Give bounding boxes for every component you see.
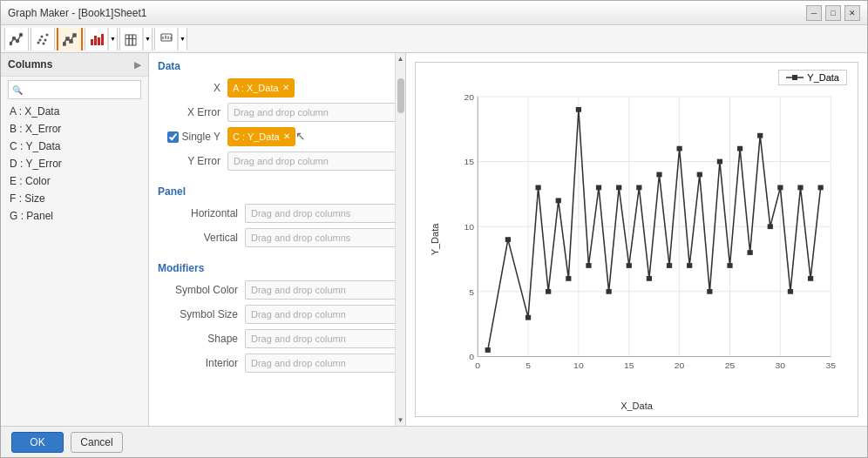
svg-point-3 — [20, 33, 23, 36]
scroll-down-button[interactable]: ▼ — [396, 414, 406, 426]
cancel-button[interactable]: Cancel — [71, 432, 123, 453]
svg-point-4 — [37, 41, 40, 44]
svg-rect-81 — [748, 250, 753, 255]
interior-field-row: Interior Drag and drop column — [149, 351, 405, 375]
svg-rect-58 — [505, 237, 511, 242]
column-item-d[interactable]: D : Y_Error — [1, 155, 148, 172]
svg-rect-79 — [727, 263, 732, 268]
svg-rect-64 — [576, 107, 581, 112]
column-item-f[interactable]: F : Size — [1, 190, 148, 207]
single-y-row: Single Y C : Y_Data ✕ ↖ — [149, 125, 405, 149]
svg-rect-77 — [707, 289, 712, 294]
column-item-e[interactable]: E : Color — [1, 172, 148, 190]
symbol-color-label: Symbol Color — [158, 284, 245, 296]
svg-rect-20 — [132, 35, 136, 45]
svg-rect-83 — [768, 224, 773, 229]
svg-text:25: 25 — [725, 360, 736, 370]
chart-type-group-2 — [31, 28, 55, 51]
histogram-button[interactable] — [120, 28, 143, 51]
chart-type-group-5: ▼ — [119, 28, 153, 51]
x-error-placeholder: Drag and drop column — [234, 107, 329, 118]
x-error-field-row: X Error Drag and drop column — [149, 100, 405, 125]
x-error-drop-zone[interactable]: Drag and drop column — [227, 103, 397, 122]
x-tag-close[interactable]: ✕ — [282, 84, 289, 92]
columns-expand-icon[interactable]: ▶ — [134, 60, 141, 70]
main-window: Graph Maker - [Book1]Sheet1 ─ □ ✕ — [0, 0, 868, 458]
svg-rect-82 — [757, 133, 763, 138]
y-error-drop-zone[interactable]: Drag and drop column — [227, 152, 397, 171]
horizontal-drop-zone[interactable]: Drag and drop columns — [245, 204, 397, 223]
title-bar: Graph Maker - [Book1]Sheet1 ─ □ ✕ — [1, 1, 867, 25]
svg-text:5: 5 — [469, 287, 474, 297]
shape-field-row: Shape Drag and drop column — [149, 327, 405, 351]
horizontal-field-row: Horizontal Drag and drop columns — [149, 201, 405, 226]
bar-chart-button[interactable] — [85, 28, 108, 51]
histogram-dropdown[interactable]: ▼ — [143, 28, 152, 51]
svg-rect-74 — [677, 146, 682, 152]
column-item-c[interactable]: C : Y_Data — [1, 138, 148, 155]
svg-text:5: 5 — [526, 360, 531, 370]
svg-text:35: 35 — [825, 360, 836, 370]
svg-point-6 — [44, 38, 47, 41]
interior-drop-zone[interactable]: Drag and drop column — [245, 354, 397, 373]
single-y-checkbox[interactable] — [167, 131, 179, 143]
horizontal-placeholder: Drag and drop columns — [251, 208, 350, 219]
column-item-g[interactable]: G : Panel — [1, 207, 148, 225]
middle-panel: ▲ ▼ Data X A : X_Data ✕ X Error Drag and… — [149, 53, 406, 426]
svg-text:15: 15 — [624, 360, 634, 370]
vertical-placeholder: Drag and drop columns — [251, 232, 350, 243]
legend-label: Y_Data — [807, 72, 839, 83]
other-chart-dropdown[interactable]: ▼ — [178, 28, 186, 51]
horizontal-label: Horizontal — [158, 207, 245, 219]
svg-text:10: 10 — [573, 360, 584, 370]
search-input[interactable] — [23, 84, 137, 95]
other-chart-button[interactable] — [155, 28, 178, 51]
svg-rect-67 — [606, 289, 611, 294]
window-controls: ─ □ ✕ — [806, 5, 860, 21]
svg-rect-78 — [717, 159, 722, 165]
svg-rect-63 — [566, 276, 571, 281]
symbol-size-drop-zone[interactable]: Drag and drop column — [245, 305, 397, 324]
column-item-a[interactable]: A : X_Data — [1, 103, 148, 120]
line-chart-1-button[interactable] — [5, 28, 28, 51]
shape-label: Shape — [158, 333, 245, 345]
interior-placeholder: Drag and drop column — [251, 358, 346, 368]
symbol-color-field-row: Symbol Color Drag and drop column — [149, 278, 405, 302]
svg-rect-12 — [70, 40, 72, 43]
window-title: Graph Maker - [Book1]Sheet1 — [8, 7, 146, 19]
svg-rect-71 — [647, 276, 652, 281]
line-marker-button[interactable] — [58, 28, 81, 51]
y-axis-label: Y_Data — [430, 224, 440, 256]
svg-point-5 — [41, 35, 44, 37]
maximize-button[interactable]: □ — [825, 5, 841, 21]
x-axis-label: X_Data — [620, 401, 653, 411]
scroll-up-button[interactable]: ▲ — [396, 53, 406, 64]
svg-point-8 — [46, 33, 49, 36]
svg-rect-14 — [91, 39, 93, 45]
vertical-drop-zone[interactable]: Drag and drop columns — [245, 228, 397, 247]
toolbar: ▼ ▼ — [1, 25, 867, 53]
single-y-label: Single Y — [182, 131, 220, 143]
ok-button[interactable]: OK — [11, 432, 64, 453]
svg-rect-60 — [535, 185, 540, 191]
scroll-thumb[interactable] — [397, 78, 404, 113]
search-icon: 🔍 — [12, 85, 23, 95]
y-tag-close[interactable]: ✕ — [283, 132, 290, 141]
column-item-b[interactable]: B : X_Error — [1, 120, 148, 138]
minimize-button[interactable]: ─ — [806, 5, 822, 21]
bar-chart-dropdown[interactable]: ▼ — [108, 28, 117, 51]
scatter-button[interactable] — [31, 28, 54, 51]
symbol-size-placeholder: Drag and drop column — [251, 309, 346, 320]
symbol-color-drop-zone[interactable]: Drag and drop column — [245, 280, 397, 300]
svg-rect-13 — [73, 34, 76, 37]
content-area: Columns ▶ 🔍 A : X_DataB : X_ErrorC : Y_D… — [1, 53, 867, 426]
svg-text:0: 0 — [475, 360, 480, 370]
svg-rect-69 — [627, 263, 632, 268]
chart-type-group-1 — [4, 28, 29, 51]
svg-rect-84 — [777, 185, 783, 191]
shape-drop-zone[interactable]: Drag and drop column — [245, 329, 397, 348]
cursor-indicator: ↖ — [295, 129, 306, 143]
chart-type-group-3 — [57, 28, 83, 51]
y-error-placeholder: Drag and drop column — [234, 156, 329, 166]
close-button[interactable]: ✕ — [844, 5, 860, 21]
